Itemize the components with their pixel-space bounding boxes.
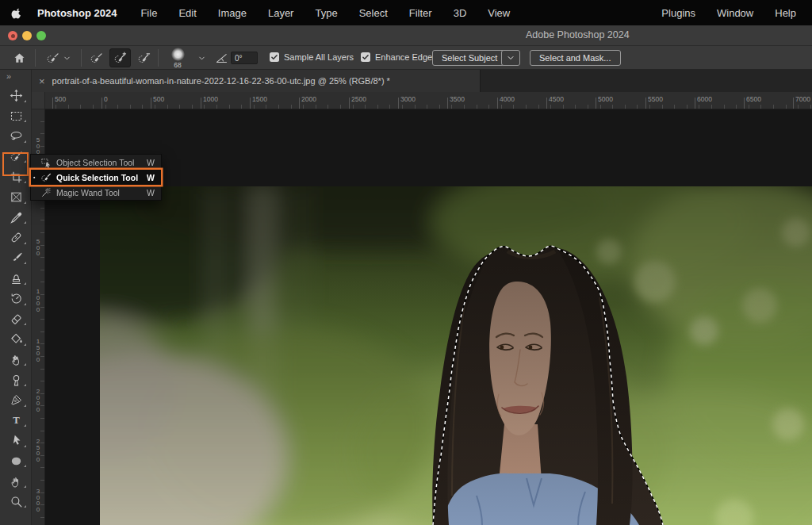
tool-lasso[interactable] (0, 126, 32, 147)
home-button[interactable] (8, 48, 30, 67)
menu-item-3d[interactable]: 3D (454, 7, 467, 19)
enhance-edge-checkbox-group[interactable]: Enhance Edge (361, 52, 432, 62)
ruler-tick (497, 98, 498, 109)
document-tab[interactable]: × portrait-of-a-beautiful-woman-in-natur… (32, 70, 481, 92)
ruler-label: 500 (34, 137, 42, 155)
brush-angle-input[interactable] (231, 52, 258, 64)
flyout-item-label: Magic Wand Tool (56, 188, 147, 197)
dodge-icon (10, 374, 23, 387)
apple-icon (11, 6, 23, 20)
menu-item-view[interactable]: View (488, 7, 510, 19)
menu-item-select[interactable]: Select (359, 7, 388, 19)
ruler-label: 6500 (746, 95, 761, 103)
ruler-tick (250, 98, 251, 109)
tool-hand[interactable] (0, 471, 32, 492)
menu-right-items: PluginsWindowHelp (661, 7, 796, 19)
ruler-tick (596, 98, 596, 109)
menu-item-type[interactable]: Type (315, 7, 337, 19)
flyout-item-label: Object Selection Tool (56, 158, 147, 167)
ruler-tick (151, 98, 151, 109)
photoshop-app-window: Photoshop 2024 FileEditImageLayerTypeSel… (0, 0, 812, 525)
sample-all-layers-checkbox-group[interactable]: Sample All Layers (270, 52, 354, 62)
select-subject-button[interactable]: Select Subject (432, 50, 507, 66)
brush-options-dropdown[interactable] (195, 52, 208, 64)
ruler-tick (793, 98, 794, 109)
zoom-window-button[interactable] (36, 31, 46, 40)
tool-smudge[interactable] (0, 350, 32, 370)
flyout-item-shortcut: W (147, 158, 155, 167)
lasso-icon (10, 129, 23, 143)
brush-size-picker[interactable]: 68 (162, 47, 193, 69)
add-to-selection-mode-button[interactable] (109, 48, 131, 67)
menu-item-file[interactable]: File (140, 7, 157, 19)
tool-paint-bucket[interactable] (0, 329, 32, 350)
new-selection-mode-button[interactable] (86, 48, 107, 67)
ruler-label: 3500 (450, 95, 465, 103)
ruler-label: 2000 (301, 95, 316, 103)
tool-rectangular-marquee[interactable] (0, 106, 32, 127)
flyout-item-magic-wand-tool[interactable]: Magic Wand ToolW (31, 185, 161, 200)
document-tab-strip: × portrait-of-a-beautiful-woman-in-natur… (32, 70, 812, 92)
brush-preview-icon (171, 48, 185, 61)
menu-item-plugins[interactable]: Plugins (661, 7, 695, 19)
subtract-from-selection-mode-button[interactable] (133, 48, 155, 67)
quick-selection-icon (46, 52, 59, 65)
menu-item-image[interactable]: Image (218, 7, 247, 19)
window-title-bar[interactable]: Adobe Photoshop 2024 (0, 25, 812, 46)
ruler-label: 4000 (500, 95, 515, 103)
close-tab-icon[interactable]: × (39, 75, 45, 87)
home-icon (13, 52, 26, 65)
select-subject-dropdown[interactable] (501, 50, 520, 66)
horizontal-ruler: 5000500100015002000250030003500400045005… (32, 92, 812, 109)
menu-item-filter[interactable]: Filter (409, 7, 432, 19)
tool-ellipse-shape[interactable] (0, 451, 32, 472)
flyout-item-quick-selection-tool[interactable]: ▪Quick Selection ToolW (31, 170, 161, 185)
tool-dodge[interactable] (0, 370, 32, 390)
tool-clone-stamp[interactable] (0, 268, 32, 289)
sample-all-layers-checkbox[interactable] (270, 52, 279, 62)
select-and-mask-button[interactable]: Select and Mask... (530, 50, 621, 66)
menu-item-edit[interactable]: Edit (178, 7, 196, 19)
canvas-photo[interactable] (100, 186, 812, 525)
menu-item-help[interactable]: Help (775, 7, 796, 19)
close-window-button[interactable] (8, 31, 17, 40)
tool-preset-picker[interactable] (41, 48, 76, 67)
tool-eyedropper[interactable] (0, 208, 32, 228)
ruler-tick (744, 98, 745, 109)
menu-item-window[interactable]: Window (717, 7, 753, 19)
flyout-item-object-selection-tool[interactable]: Object Selection ToolW (31, 155, 161, 170)
tool-spot-healing-brush[interactable] (0, 228, 32, 248)
tool-eraser[interactable] (0, 309, 32, 330)
minimize-window-button[interactable] (22, 31, 32, 40)
tool-brush[interactable] (0, 248, 32, 269)
tool-type[interactable] (0, 411, 32, 431)
tool-path-selection[interactable] (0, 431, 32, 451)
ruler-corner (32, 92, 45, 109)
menu-item-layer[interactable]: Layer (268, 7, 294, 19)
zoom-icon (10, 495, 23, 508)
tool-history-brush[interactable] (0, 289, 32, 309)
ruler-label: 7000 (795, 95, 810, 103)
tool-pen[interactable] (0, 390, 32, 411)
macos-menu-bar: Photoshop 2024 FileEditImageLayerTypeSel… (0, 0, 812, 25)
ruler-label: 5000 (598, 95, 613, 103)
check-icon (362, 53, 370, 61)
app-menu-title[interactable]: Photoshop 2024 (37, 7, 117, 19)
spot-healing-brush-icon (10, 231, 23, 244)
collapse-tools-button[interactable]: » (0, 70, 31, 86)
ruler-label: 500 (153, 95, 164, 103)
tool-zoom[interactable] (0, 492, 32, 512)
hand-icon (10, 475, 23, 489)
ruler-label: 1000 (203, 95, 218, 103)
ruler-label: 2500 (34, 439, 42, 462)
tool-frame[interactable] (0, 187, 32, 208)
enhance-edge-checkbox[interactable] (361, 52, 370, 62)
apple-menu[interactable] (11, 6, 23, 20)
tool-move[interactable] (0, 86, 32, 106)
flyout-item-shortcut: W (147, 188, 155, 197)
menu-items: FileEditImageLayerTypeSelectFilter3DView (140, 7, 531, 19)
ruler-label: 5500 (648, 95, 663, 103)
ruler-label: 500 (34, 239, 42, 257)
smudge-icon (10, 353, 23, 366)
object-selection-icon (40, 157, 53, 168)
